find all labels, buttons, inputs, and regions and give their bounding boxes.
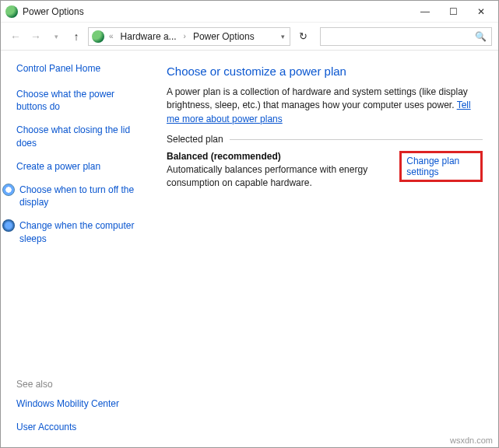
- sidebar-link-label: Windows Mobility Center: [16, 397, 119, 410]
- refresh-button[interactable]: ↻: [293, 27, 312, 46]
- plan-name-balanced: Balanced (recommended): [167, 151, 399, 162]
- control-panel-home-link[interactable]: Control Panel Home: [16, 63, 143, 74]
- search-input[interactable]: 🔍: [320, 27, 492, 46]
- sidebar-link-label: Choose what the power buttons do: [16, 88, 143, 113]
- sidebar-link-closing-lid[interactable]: Choose what closing the lid does: [16, 124, 143, 149]
- sidebar-link-create-plan[interactable]: Create a power plan: [16, 160, 143, 173]
- nav-toolbar: ← → ▾ ↑ « Hardware a... › Power Options …: [1, 23, 498, 51]
- close-button[interactable]: ✕: [467, 3, 495, 20]
- page-description: A power plan is a collection of hardware…: [167, 86, 483, 126]
- breadcrumb-sep-icon: «: [107, 32, 115, 40]
- sidebar: Control Panel Home Choose what the power…: [1, 51, 153, 447]
- highlight-annotation: Change plan settings: [399, 151, 483, 182]
- power-options-window: Power Options — ☐ ✕ ← → ▾ ↑ « Hardware a…: [0, 0, 499, 448]
- window-title: Power Options: [23, 6, 84, 17]
- clock-icon: [2, 184, 15, 196]
- sidebar-link-turn-off-display[interactable]: Choose when to turn off the display: [16, 184, 143, 208]
- watermark: wsxdn.com: [450, 436, 493, 445]
- sidebar-link-label: Choose what closing the lid does: [16, 124, 143, 149]
- plan-description: Automatically balances performance with …: [167, 163, 399, 190]
- selected-plan-label: Selected plan: [167, 134, 223, 145]
- sidebar-link-label: User Accounts: [16, 421, 76, 433]
- see-also-user-accounts[interactable]: User Accounts: [16, 421, 143, 433]
- up-button[interactable]: ↑: [68, 28, 85, 45]
- sidebar-link-label: Create a power plan: [16, 160, 100, 173]
- search-icon: 🔍: [475, 31, 487, 42]
- main-panel: Choose or customize a power plan A power…: [153, 51, 498, 447]
- breadcrumb[interactable]: « Hardware a... › Power Options ▾: [88, 27, 290, 46]
- power-icon: [2, 219, 15, 232]
- sidebar-link-label: Change when the computer sleeps: [19, 219, 143, 244]
- titlebar: Power Options — ☐ ✕: [1, 1, 498, 23]
- breadcrumb-dropdown-icon[interactable]: ▾: [279, 33, 286, 40]
- sidebar-link-computer-sleeps[interactable]: Change when the computer sleeps: [16, 219, 143, 244]
- forward-button[interactable]: →: [27, 28, 44, 45]
- breadcrumb-item-hardware[interactable]: Hardware a...: [118, 30, 179, 44]
- maximize-button[interactable]: ☐: [439, 3, 467, 20]
- sidebar-link-label: Choose when to turn off the display: [19, 184, 143, 208]
- back-button[interactable]: ←: [7, 28, 24, 45]
- see-also-mobility-center[interactable]: Windows Mobility Center: [16, 397, 143, 410]
- section-divider: [230, 139, 483, 140]
- see-also-heading: See also: [16, 379, 143, 390]
- breadcrumb-icon: [92, 30, 104, 43]
- app-icon: [5, 5, 18, 18]
- sidebar-link-power-buttons[interactable]: Choose what the power buttons do: [16, 88, 143, 113]
- change-plan-settings-link[interactable]: Change plan settings: [406, 156, 459, 177]
- chevron-right-icon[interactable]: ›: [182, 32, 188, 40]
- breadcrumb-item-power[interactable]: Power Options: [191, 30, 257, 44]
- page-heading: Choose or customize a power plan: [167, 65, 483, 78]
- recent-dropdown[interactable]: ▾: [47, 28, 65, 45]
- description-text: A power plan is a collection of hardware…: [167, 86, 468, 110]
- minimize-button[interactable]: —: [411, 3, 439, 20]
